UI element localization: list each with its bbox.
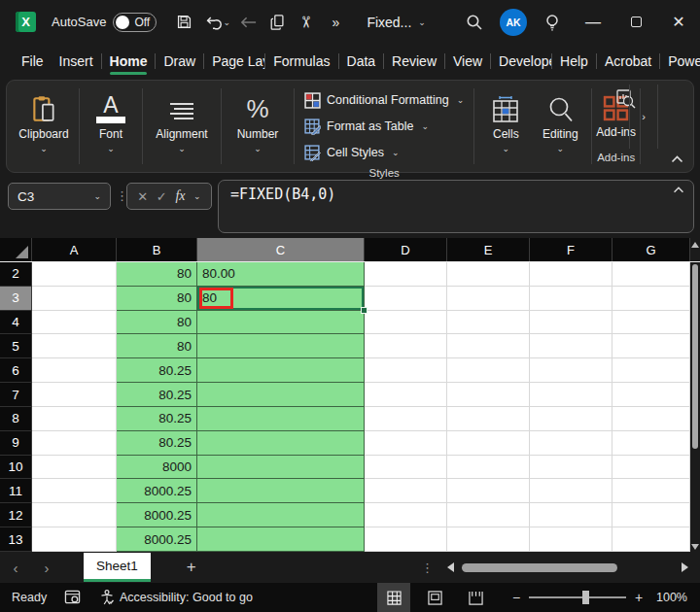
cell-D13[interactable] <box>365 527 447 552</box>
cut-button[interactable]: ✂ <box>292 9 321 36</box>
cell-C4[interactable] <box>197 311 365 335</box>
cell-C11[interactable] <box>197 479 365 503</box>
enter-button[interactable]: ✓ <box>157 189 167 204</box>
cell-C7[interactable] <box>197 383 365 407</box>
add-sheet-button[interactable]: + <box>178 558 205 577</box>
cell-G5[interactable] <box>612 334 690 358</box>
cell-B7[interactable]: 80.25 <box>117 383 197 407</box>
normal-view-button[interactable] <box>377 583 410 612</box>
cell-D12[interactable] <box>365 503 447 527</box>
cell-G2[interactable] <box>612 262 690 287</box>
cell-F6[interactable] <box>530 358 612 383</box>
cell-C6[interactable] <box>197 358 365 383</box>
cell-F5[interactable] <box>530 334 612 358</box>
cell-E10[interactable] <box>447 456 530 480</box>
column-header-B[interactable]: B <box>117 238 197 261</box>
scroll-left-icon[interactable] <box>447 562 454 572</box>
cell-F9[interactable] <box>530 431 612 456</box>
cell-D3[interactable] <box>365 287 447 311</box>
cell-B9[interactable]: 80.25 <box>117 431 197 456</box>
cell-B11[interactable]: 8000.25 <box>117 479 197 503</box>
row-header-3[interactable]: 3 <box>0 287 32 311</box>
cell-B13[interactable]: 8000.25 <box>117 527 197 552</box>
cell-G10[interactable] <box>612 456 690 480</box>
fill-handle[interactable] <box>361 307 368 314</box>
menu-tab-help[interactable]: Help <box>552 47 596 76</box>
scroll-right-icon[interactable] <box>682 562 688 572</box>
cell-E12[interactable] <box>447 503 530 527</box>
close-button[interactable]: ✕ <box>657 3 700 42</box>
cell-A9[interactable] <box>32 431 117 456</box>
cell-D8[interactable] <box>365 407 447 431</box>
zoom-level[interactable]: 100% <box>649 591 700 604</box>
zoom-out-button[interactable]: − <box>506 590 527 605</box>
cell-C5[interactable] <box>197 334 365 358</box>
cell-E7[interactable] <box>447 383 530 407</box>
cell-G3[interactable] <box>612 287 690 311</box>
name-box[interactable]: C3 ⌄ <box>8 183 111 210</box>
autosave-control[interactable]: AutoSave Off <box>52 13 157 32</box>
cell-F11[interactable] <box>530 479 612 503</box>
horizontal-scrollbar[interactable] <box>462 562 674 572</box>
autosave-toggle[interactable]: Off <box>113 13 157 32</box>
menu-tab-acrobat[interactable]: Acrobat <box>597 47 659 76</box>
styles-item-conditional-formatting[interactable]: Conditional Formatting⌄ <box>304 88 464 112</box>
cell-F8[interactable] <box>530 407 612 431</box>
menu-tab-home[interactable]: Home <box>102 47 156 76</box>
cell-A4[interactable] <box>32 311 117 335</box>
cell-C13[interactable] <box>197 527 365 552</box>
search-button[interactable] <box>455 6 494 39</box>
insert-function-button[interactable]: fx <box>175 188 185 204</box>
ribbon-group-clipboard[interactable]: Clipboard⌄ <box>13 85 75 170</box>
cell-E5[interactable] <box>447 334 530 358</box>
cell-B4[interactable]: 80 <box>117 311 197 335</box>
document-title[interactable]: Fixed... ⌄ <box>367 15 425 30</box>
row-header-10[interactable]: 10 <box>0 456 32 480</box>
menu-tab-file[interactable]: File <box>14 47 52 76</box>
fx-chevron-icon[interactable]: ⌄ <box>193 191 201 201</box>
row-header-11[interactable]: 11 <box>0 479 32 503</box>
cell-C8[interactable] <box>197 407 365 431</box>
column-header-E[interactable]: E <box>447 238 530 261</box>
page-layout-view-button[interactable] <box>418 583 451 612</box>
cell-E4[interactable] <box>447 311 530 335</box>
cell-D11[interactable] <box>365 479 447 503</box>
next-sheet-button[interactable]: › <box>31 560 62 576</box>
row-header-5[interactable]: 5 <box>0 334 32 358</box>
zoom-slider[interactable] <box>529 596 626 598</box>
formula-bar-collapse-button[interactable] <box>673 183 684 196</box>
styles-item-cell-styles[interactable]: Cell Styles⌄ <box>304 141 464 164</box>
cell-B3[interactable]: 80 <box>117 287 197 311</box>
maximize-button[interactable] <box>614 3 657 42</box>
cell-A2[interactable] <box>32 262 117 287</box>
ribbon-group-cells[interactable]: Cells⌄ <box>478 85 533 170</box>
cell-D6[interactable] <box>365 358 447 383</box>
styles-item-format-as-table[interactable]: Format as Table⌄ <box>304 115 464 138</box>
cell-F12[interactable] <box>530 503 612 527</box>
menu-tab-insert[interactable]: Insert <box>52 47 101 76</box>
ribbon-group-editing[interactable]: Editing⌄ <box>533 85 587 170</box>
row-header-13[interactable]: 13 <box>0 527 32 552</box>
horizontal-scrollbar-thumb[interactable] <box>462 563 617 572</box>
row-header-7[interactable]: 7 <box>0 383 32 407</box>
cell-D9[interactable] <box>365 431 447 456</box>
cell-D7[interactable] <box>365 383 447 407</box>
cell-D2[interactable] <box>365 262 447 287</box>
cell-C12[interactable] <box>197 503 365 527</box>
cell-E11[interactable] <box>447 479 530 503</box>
column-header-A[interactable]: A <box>32 238 117 261</box>
cell-G6[interactable] <box>612 358 690 383</box>
cell-G7[interactable] <box>612 383 690 407</box>
cell-F2[interactable] <box>530 262 612 287</box>
column-header-D[interactable]: D <box>365 238 447 261</box>
cell-A12[interactable] <box>32 503 117 527</box>
cell-D5[interactable] <box>365 334 447 358</box>
zoom-in-button[interactable]: + <box>628 590 649 605</box>
copy-button[interactable] <box>263 8 291 37</box>
cell-B6[interactable]: 80.25 <box>117 358 197 383</box>
menu-tab-review[interactable]: Review <box>384 47 444 76</box>
cell-A11[interactable] <box>32 479 117 503</box>
cell-B12[interactable]: 8000.25 <box>117 503 197 527</box>
cell-G13[interactable] <box>612 527 690 552</box>
column-header-F[interactable]: F <box>530 238 612 261</box>
